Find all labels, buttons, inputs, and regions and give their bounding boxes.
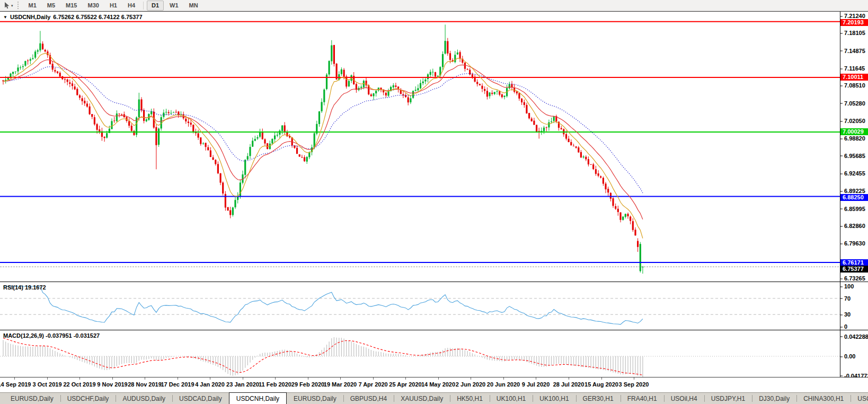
price-axis-tick: 7.18105 xyxy=(844,30,865,36)
timeframe-w1-button[interactable]: W1 xyxy=(165,1,183,11)
chart-tab-eurusd-daily[interactable]: EURUSD,Daily xyxy=(287,393,343,404)
time-axis-label: 3 Sep 2020 xyxy=(619,381,649,388)
time-axis-label: 7 Apr 2020 xyxy=(358,381,387,388)
time-axis-label: 17 Dec 2019 xyxy=(161,381,194,388)
chart-tab-usdchf-daily[interactable]: USDCHF,Daily xyxy=(60,393,116,404)
price-axis-tick: 6.73265 xyxy=(844,276,865,282)
chart-tab-hk50-h1[interactable]: HK50,H1 xyxy=(450,393,490,404)
time-axis-label: 20 Jun 2020 xyxy=(487,381,520,388)
time-axis-tick xyxy=(634,377,634,380)
price-axis-tick: 6.92455 xyxy=(844,171,865,177)
macd-axis-tick: 0.042288 xyxy=(844,333,868,339)
toolbar-grip-handle[interactable] xyxy=(17,2,20,9)
chart-tab-gbpusd-h4[interactable]: GBPUSD,H4 xyxy=(343,393,394,404)
time-axis-label: 29 Feb 2020 xyxy=(291,381,324,388)
price-axis-tick: 6.79630 xyxy=(844,241,865,247)
chart-tab-audusd-daily[interactable]: AUDUSD,Daily xyxy=(116,393,172,404)
timeframe-h4-button[interactable]: H4 xyxy=(123,1,140,11)
time-axis-label: 4 Jan 2020 xyxy=(195,381,225,388)
time-axis-label: 11 Feb 2020 xyxy=(259,381,291,388)
rsi-axis-tick: 70 xyxy=(844,295,851,301)
top-toolbar: ▾ M1M5M15M30H1H4D1W1MN xyxy=(0,0,868,11)
time-axis-label: 14 May 2020 xyxy=(421,381,455,388)
time-axis-tick xyxy=(178,377,178,380)
price-axis-tick: 7.21240 xyxy=(844,13,865,19)
time-axis-label: 25 Apr 2020 xyxy=(389,381,421,388)
time-axis-tick xyxy=(210,377,210,380)
toolbar-separator xyxy=(143,2,144,10)
chart-tab-ger30-h1[interactable]: GER30,H1 xyxy=(576,393,621,404)
time-axis-label: 9 Nov 2019 xyxy=(97,381,127,388)
cursor-icon xyxy=(4,2,10,9)
chart-tab-usoil-h4[interactable]: USOil,H4 xyxy=(664,393,704,404)
time-axis-label: 3 Oct 2019 xyxy=(32,381,61,388)
timeframe-button-group: M1M5M15M30H1H4D1W1MN xyxy=(23,1,203,11)
chart-tab-fra40-h1[interactable]: FRA40,H1 xyxy=(621,393,664,404)
chart-tab-usdcnh-daily[interactable]: USDCNH,Daily xyxy=(229,392,287,404)
timeframe-m5-button[interactable]: M5 xyxy=(42,1,60,11)
rsi-axis-tick: 100 xyxy=(844,284,854,289)
time-axis-label: 15 Aug 2020 xyxy=(584,381,618,388)
time-axis[interactable]: 14 Sep 20193 Oct 201922 Oct 20199 Nov 20… xyxy=(0,377,868,392)
time-axis-label: 9 Jul 2020 xyxy=(522,381,550,388)
macd-axis-tick: 0.00 xyxy=(844,354,855,359)
collapse-chart-icon[interactable]: ▼ xyxy=(3,15,7,20)
price-axis-tick: 7.02050 xyxy=(844,118,865,124)
timeframe-m1-button[interactable]: M1 xyxy=(24,1,41,11)
time-axis-tick xyxy=(438,377,439,380)
chart-title: ▼ USDCNH,Daily 6.75262 6.75522 6.74122 6… xyxy=(3,14,143,20)
chart-tab-usdjpy-h1[interactable]: USDJPY,H1 xyxy=(704,393,752,404)
chart-tab-china300-h1[interactable]: CHINA300,H1 xyxy=(796,393,851,404)
price-chart-canvas[interactable] xyxy=(0,12,840,282)
chart-window[interactable]: ▼ USDCNH,Daily 6.75262 6.75522 6.74122 6… xyxy=(0,11,868,377)
price-tag-7.00029: 7.00029 xyxy=(840,128,868,135)
chart-tab-dj30-daily[interactable]: DJ30,Daily xyxy=(752,393,796,404)
symbol-period-label: USDCNH,Daily xyxy=(10,14,50,20)
timeframe-m15-button[interactable]: M15 xyxy=(61,1,82,11)
time-axis-tick xyxy=(569,377,569,380)
time-axis-tick xyxy=(243,377,243,380)
time-axis-tick xyxy=(373,377,374,380)
macd-pane-canvas[interactable] xyxy=(0,330,840,377)
chart-tab-uk100-h1[interactable]: UK100,H1 xyxy=(490,393,533,404)
time-axis-tick xyxy=(405,377,406,380)
rsi-pane-canvas[interactable] xyxy=(0,282,840,330)
time-axis-tick xyxy=(503,377,504,380)
price-axis-tick: 6.95685 xyxy=(844,153,865,159)
price-axis-tick: 6.82860 xyxy=(844,223,865,229)
time-axis-tick xyxy=(79,377,80,380)
price-axis-tick: 7.14875 xyxy=(844,48,865,54)
time-axis-tick xyxy=(145,377,145,380)
time-axis-tick xyxy=(308,377,308,380)
time-axis-label: 22 Oct 2019 xyxy=(63,381,95,388)
chart-tab-usoil-h1[interactable]: USOil,H1 xyxy=(851,393,868,404)
time-axis-tick xyxy=(275,377,276,380)
chart-tab-usdcad-daily[interactable]: USDCAD,Daily xyxy=(172,393,229,404)
time-axis-label: 19 Mar 2020 xyxy=(324,381,357,388)
price-axis-tick: 7.08510 xyxy=(844,83,865,89)
rsi-axis-tick: 0 xyxy=(844,324,847,330)
time-axis-label: 28 Nov 2019 xyxy=(128,381,162,388)
chart-tab-eurusd-daily[interactable]: EURUSD,Daily xyxy=(4,393,60,404)
cursor-tool-button[interactable]: ▾ xyxy=(3,2,15,10)
time-axis-tick xyxy=(14,377,15,380)
chart-tab-uk100-h1[interactable]: UK100,H1 xyxy=(533,393,575,404)
time-axis-tick xyxy=(601,377,602,380)
price-axis-tick: 6.98820 xyxy=(844,136,865,142)
price-axis-tick: 6.85995 xyxy=(844,206,865,212)
price-axis-tick: 7.11645 xyxy=(844,66,865,72)
time-axis-label: 28 Jul 2020 xyxy=(553,381,584,388)
time-axis-tick xyxy=(471,377,471,380)
rsi-axis-tick: 30 xyxy=(844,312,851,318)
timeframe-mn-button[interactable]: MN xyxy=(184,1,203,11)
timeframe-d1-button[interactable]: D1 xyxy=(147,1,164,11)
price-axis-tick: 7.05280 xyxy=(844,100,865,106)
timeframe-h1-button[interactable]: H1 xyxy=(105,1,122,11)
price-axis[interactable]: 7.212407.201937.181057.148757.116457.100… xyxy=(840,12,868,377)
macd-indicator-label: MACD(12,26,9) -0.037951 -0.031527 xyxy=(3,332,100,339)
price-tag-7.10011: 7.10011 xyxy=(840,74,868,81)
time-axis-tick xyxy=(340,377,341,380)
chart-tab-bar: EURUSD,DailyUSDCHF,DailyAUDUSD,DailyUSDC… xyxy=(0,392,868,404)
chart-tab-xauusd-daily[interactable]: XAUUSD,Daily xyxy=(394,393,450,404)
timeframe-m30-button[interactable]: M30 xyxy=(83,1,103,11)
